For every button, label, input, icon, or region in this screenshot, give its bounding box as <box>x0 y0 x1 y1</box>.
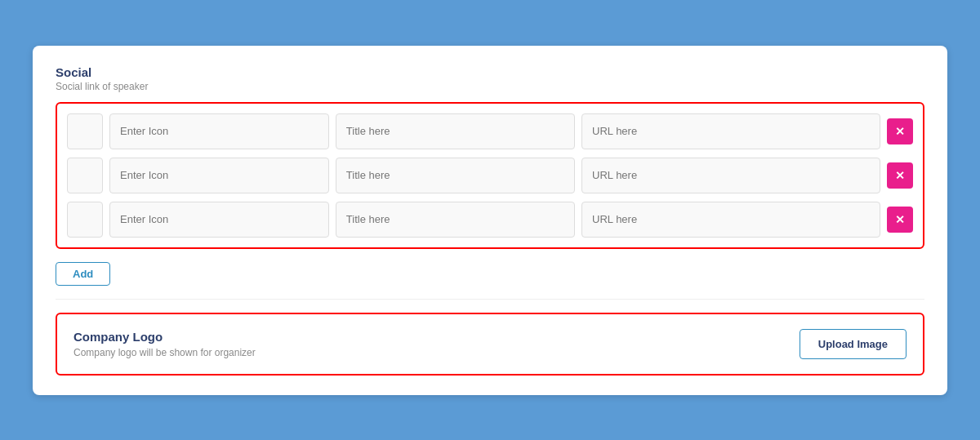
delete-button-2[interactable]: ✕ <box>887 162 913 189</box>
title-input-3[interactable] <box>336 202 575 238</box>
social-subtitle: Social link of speaker <box>56 81 924 92</box>
icon-input-2[interactable] <box>109 158 329 193</box>
social-row: ✕ <box>67 113 913 149</box>
company-logo-text: Company Logo Company logo will be shown … <box>74 330 256 358</box>
url-input-2[interactable] <box>581 158 880 193</box>
icon-input-1[interactable] <box>109 113 329 149</box>
social-row: ✕ <box>67 158 913 193</box>
icon-preview-3 <box>67 202 103 238</box>
social-container: ✕ ✕ ✕ <box>56 102 924 249</box>
company-logo-title: Company Logo <box>74 330 256 344</box>
close-icon: ✕ <box>895 125 905 138</box>
social-row: ✕ <box>67 202 913 238</box>
close-icon: ✕ <box>895 169 905 182</box>
icon-preview-2 <box>67 158 103 193</box>
title-input-2[interactable] <box>336 158 575 193</box>
company-logo-subtitle: Company logo will be shown for organizer <box>74 347 256 358</box>
icon-preview-1 <box>67 113 103 149</box>
close-icon: ✕ <box>895 213 905 226</box>
delete-button-3[interactable]: ✕ <box>887 207 913 233</box>
company-logo-section: Company Logo Company logo will be shown … <box>56 313 924 376</box>
social-title: Social <box>56 65 924 79</box>
main-card: Social Social link of speaker ✕ ✕ <box>33 46 947 395</box>
url-input-3[interactable] <box>581 202 880 238</box>
icon-input-3[interactable] <box>109 202 329 238</box>
title-input-1[interactable] <box>336 113 575 149</box>
delete-button-1[interactable]: ✕ <box>887 118 913 144</box>
divider <box>56 299 924 300</box>
add-button[interactable]: Add <box>56 262 110 286</box>
upload-image-button[interactable]: Upload Image <box>800 329 906 359</box>
social-section: Social Social link of speaker ✕ ✕ <box>56 65 924 286</box>
url-input-1[interactable] <box>581 113 880 149</box>
